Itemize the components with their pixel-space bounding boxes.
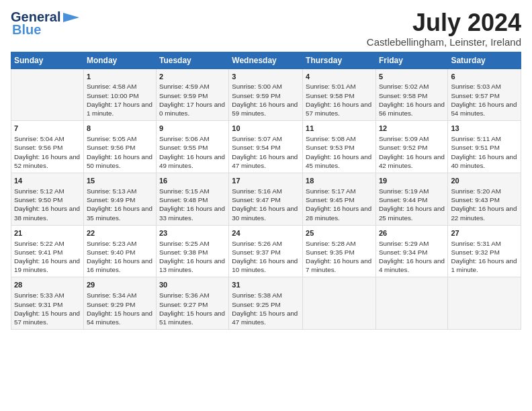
sunrise: Sunrise: 5:04 AM: [14, 135, 64, 142]
day-number: 19: [379, 176, 445, 186]
sunrise: Sunrise: 5:36 AM: [159, 291, 210, 299]
daylight: Daylight: 16 hours and 47 minutes.: [232, 153, 298, 169]
svg-marker-0: [63, 13, 79, 22]
sunrise: Sunrise: 5:16 AM: [232, 187, 282, 195]
sunset: Sunset: 9:54 PM: [232, 144, 280, 151]
daylight: Daylight: 16 hours and 30 minutes.: [232, 205, 298, 221]
sunset: Sunset: 9:48 PM: [159, 196, 208, 203]
daylight: Daylight: 17 hours and 1 minute.: [87, 101, 152, 117]
calendar-cell-3-1: 22Sunrise: 5:23 AMSunset: 9:40 PMDayligh…: [83, 225, 156, 277]
calendar-cell-4-4: [303, 277, 376, 330]
sunset: Sunset: 9:41 PM: [14, 248, 62, 256]
sunrise: Sunrise: 5:00 AM: [232, 83, 282, 90]
day-number: 18: [306, 176, 373, 186]
calendar-row-1: 7Sunrise: 5:04 AMSunset: 9:56 PMDaylight…: [11, 121, 521, 173]
sunrise: Sunrise: 5:31 AM: [451, 240, 501, 247]
sunset: Sunset: 9:29 PM: [87, 301, 135, 308]
sunset: Sunset: 9:50 PM: [14, 196, 62, 203]
sunset: Sunset: 9:34 PM: [379, 248, 427, 256]
day-number: 12: [379, 124, 445, 134]
daylight: Daylight: 16 hours and 19 minutes.: [14, 257, 80, 273]
calendar-cell-2-2: 16Sunrise: 5:15 AMSunset: 9:48 PMDayligh…: [156, 173, 228, 226]
calendar-cell-0-2: 2Sunrise: 4:59 AMSunset: 9:59 PMDaylight…: [156, 68, 228, 121]
sunrise: Sunrise: 5:05 AM: [87, 135, 137, 142]
day-number: 27: [451, 228, 518, 238]
sunset: Sunset: 9:57 PM: [451, 92, 499, 99]
calendar-row-4: 28Sunrise: 5:33 AMSunset: 9:31 PMDayligh…: [11, 277, 521, 330]
daylight: Daylight: 16 hours and 57 minutes.: [306, 101, 371, 117]
daylight: Daylight: 16 hours and 50 minutes.: [87, 153, 152, 169]
sunset: Sunset: 9:55 PM: [159, 144, 208, 151]
day-number: 23: [159, 228, 226, 238]
sunset: Sunset: 9:44 PM: [379, 196, 427, 203]
day-number: 25: [306, 228, 373, 238]
sunset: Sunset: 9:56 PM: [14, 144, 62, 151]
sunrise: Sunrise: 5:15 AM: [159, 187, 210, 195]
day-number: 9: [159, 124, 226, 134]
sunset: Sunset: 9:51 PM: [451, 144, 499, 151]
daylight: Daylight: 15 hours and 47 minutes.: [232, 310, 298, 326]
day-number: 3: [232, 72, 300, 82]
sunset: Sunset: 9:59 PM: [232, 92, 280, 99]
sunrise: Sunrise: 5:26 AM: [232, 240, 282, 247]
sunrise: Sunrise: 5:34 AM: [87, 291, 137, 299]
day-number: 15: [87, 176, 153, 186]
day-number: 4: [306, 72, 373, 82]
calendar-row-2: 14Sunrise: 5:12 AMSunset: 9:50 PMDayligh…: [11, 173, 521, 226]
calendar-row-0: 1Sunrise: 4:58 AMSunset: 10:00 PMDayligh…: [11, 68, 521, 121]
day-number: 17: [232, 176, 300, 186]
daylight: Daylight: 16 hours and 49 minutes.: [159, 153, 225, 169]
day-number: 2: [159, 72, 226, 82]
daylight: Daylight: 15 hours and 57 minutes.: [14, 310, 80, 326]
calendar-cell-4-6: [448, 277, 521, 330]
sunset: Sunset: 9:56 PM: [87, 144, 135, 151]
calendar-cell-3-4: 25Sunrise: 5:28 AMSunset: 9:35 PMDayligh…: [303, 225, 376, 277]
day-number: 8: [87, 124, 153, 134]
day-number: 26: [379, 228, 445, 238]
sunset: Sunset: 9:38 PM: [159, 248, 208, 256]
calendar-table: Sunday Monday Tuesday Wednesday Thursday…: [11, 52, 521, 330]
sunrise: Sunrise: 5:13 AM: [87, 187, 137, 195]
sunrise: Sunrise: 5:28 AM: [306, 240, 356, 247]
sunset: Sunset: 9:43 PM: [451, 196, 499, 203]
day-number: 20: [451, 176, 518, 186]
calendar-cell-0-5: 5Sunrise: 5:02 AMSunset: 9:58 PMDaylight…: [375, 68, 447, 121]
calendar-cell-3-2: 23Sunrise: 5:25 AMSunset: 9:38 PMDayligh…: [156, 225, 228, 277]
sunset: Sunset: 9:32 PM: [451, 248, 499, 256]
calendar-row-3: 21Sunrise: 5:22 AMSunset: 9:41 PMDayligh…: [11, 225, 521, 277]
col-thursday: Thursday: [303, 52, 376, 68]
daylight: Daylight: 16 hours and 22 minutes.: [451, 205, 517, 221]
day-number: 10: [232, 124, 300, 134]
sunrise: Sunrise: 5:22 AM: [14, 240, 64, 247]
daylight: Daylight: 16 hours and 42 minutes.: [379, 153, 445, 169]
daylight: Daylight: 16 hours and 35 minutes.: [87, 205, 152, 221]
calendar-cell-1-3: 10Sunrise: 5:07 AMSunset: 9:54 PMDayligh…: [229, 121, 303, 173]
sunset: Sunset: 9:40 PM: [87, 248, 135, 256]
sunrise: Sunrise: 5:12 AM: [14, 187, 64, 195]
col-wednesday: Wednesday: [229, 52, 303, 68]
col-friday: Friday: [375, 52, 447, 68]
sunset: Sunset: 9:58 PM: [306, 92, 354, 99]
day-number: 21: [14, 228, 81, 238]
day-number: 29: [87, 280, 153, 290]
day-number: 5: [379, 72, 445, 82]
subtitle: Castlebellingham, Leinster, Ireland: [367, 36, 521, 48]
daylight: Daylight: 16 hours and 1 minute.: [451, 257, 517, 273]
sunset: Sunset: 9:27 PM: [159, 301, 208, 308]
sunrise: Sunrise: 5:17 AM: [306, 187, 356, 195]
logo: General Blue: [11, 9, 81, 38]
sunrise: Sunrise: 5:01 AM: [306, 83, 356, 90]
sunrise: Sunrise: 5:02 AM: [379, 83, 429, 90]
daylight: Daylight: 16 hours and 4 minutes.: [379, 257, 445, 273]
calendar-cell-0-3: 3Sunrise: 5:00 AMSunset: 9:59 PMDaylight…: [229, 68, 303, 121]
header-row: Sunday Monday Tuesday Wednesday Thursday…: [11, 52, 521, 68]
calendar-cell-1-6: 13Sunrise: 5:11 AMSunset: 9:51 PMDayligh…: [448, 121, 521, 173]
sunrise: Sunrise: 5:09 AM: [379, 135, 429, 142]
daylight: Daylight: 16 hours and 40 minutes.: [451, 153, 517, 169]
title-area: July 2024 Castlebellingham, Leinster, Ir…: [367, 9, 521, 48]
daylight: Daylight: 16 hours and 56 minutes.: [379, 101, 445, 117]
daylight: Daylight: 15 hours and 54 minutes.: [87, 310, 152, 326]
day-number: 14: [14, 176, 81, 186]
calendar-cell-4-1: 29Sunrise: 5:34 AMSunset: 9:29 PMDayligh…: [83, 277, 156, 330]
daylight: Daylight: 16 hours and 25 minutes.: [379, 205, 445, 221]
